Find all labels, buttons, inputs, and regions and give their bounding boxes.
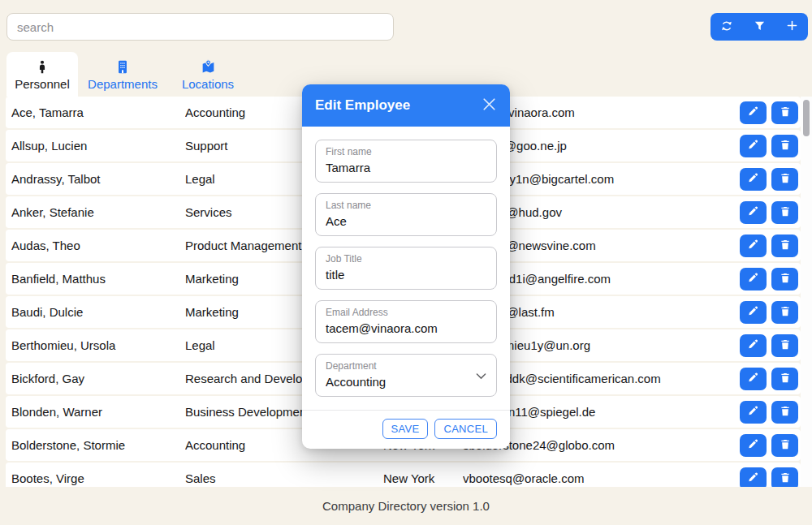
edit-button[interactable] bbox=[740, 268, 767, 290]
tab-locations[interactable]: Locations bbox=[167, 52, 248, 97]
tab-departments[interactable]: Departments bbox=[78, 52, 167, 97]
modal-fields: First name Tamarra Last name Ace Job Tit… bbox=[302, 127, 510, 410]
delete-button[interactable] bbox=[771, 301, 798, 324]
field-value: Tamarra bbox=[326, 160, 486, 175]
pencil-icon bbox=[747, 139, 759, 153]
pencil-icon bbox=[747, 172, 759, 187]
map-icon bbox=[201, 58, 216, 75]
row-actions bbox=[740, 401, 798, 424]
edit-button[interactable] bbox=[740, 201, 767, 224]
trash-icon bbox=[780, 205, 791, 220]
tab-personnel[interactable]: Personnel bbox=[6, 52, 78, 97]
edit-button[interactable] bbox=[740, 401, 767, 424]
row-actions bbox=[740, 334, 798, 357]
field-label: Email Address bbox=[326, 307, 486, 319]
edit-employee-modal: Edit Employee First name Tamarra Last na… bbox=[302, 84, 510, 449]
modal-footer: SAVE CANCEL bbox=[302, 410, 510, 449]
footer-text: Company Directory version 1.0 bbox=[322, 499, 490, 513]
employee-name: Anker, Stefanie bbox=[11, 205, 185, 219]
row-actions bbox=[740, 268, 798, 290]
scrollbar-thumb[interactable] bbox=[803, 100, 810, 136]
edit-button[interactable] bbox=[740, 334, 767, 357]
row-actions bbox=[740, 135, 798, 157]
modal-title: Edit Employee bbox=[315, 97, 410, 114]
employee-name: Allsup, Lucien bbox=[11, 139, 185, 153]
pencil-icon bbox=[747, 105, 759, 120]
employee-name: Andrassy, Talbot bbox=[11, 172, 185, 186]
app-window: Personnel Departments bbox=[0, 0, 812, 525]
filter-button[interactable] bbox=[743, 13, 775, 41]
trash-icon bbox=[780, 438, 791, 453]
employee-email: vbootesq@oracle.com bbox=[463, 471, 740, 485]
pencil-icon bbox=[747, 372, 759, 386]
delete-button[interactable] bbox=[771, 135, 798, 157]
employee-name: Baudi, Dulcie bbox=[11, 305, 185, 319]
delete-button[interactable] bbox=[771, 235, 798, 257]
row-actions bbox=[740, 235, 798, 257]
pencil-icon bbox=[747, 272, 759, 286]
app-footer: Company Directory version 1.0 bbox=[0, 487, 812, 525]
field-label: Department bbox=[326, 360, 486, 372]
edit-button[interactable] bbox=[740, 434, 767, 457]
search-input[interactable] bbox=[6, 13, 394, 41]
edit-button[interactable] bbox=[740, 235, 767, 257]
job-title-field[interactable]: Job Title title bbox=[315, 247, 497, 290]
trash-icon bbox=[780, 139, 791, 153]
tab-locations-label: Locations bbox=[182, 77, 234, 91]
trash-icon bbox=[780, 338, 791, 353]
plus-icon bbox=[786, 19, 798, 34]
trash-icon bbox=[780, 105, 791, 120]
employee-name: Berthomieu, Ursola bbox=[11, 338, 185, 352]
pencil-icon bbox=[747, 405, 759, 420]
delete-button[interactable] bbox=[771, 368, 798, 390]
trash-icon bbox=[780, 372, 791, 386]
trash-icon bbox=[780, 405, 791, 420]
last-name-field[interactable]: Last name Ace bbox=[315, 193, 497, 236]
tab-departments-label: Departments bbox=[88, 77, 158, 91]
delete-button[interactable] bbox=[771, 334, 798, 357]
edit-button[interactable] bbox=[740, 301, 767, 324]
building-icon bbox=[115, 58, 130, 75]
person-icon bbox=[35, 58, 50, 75]
delete-button[interactable] bbox=[771, 434, 798, 457]
department-field[interactable]: Department Accounting bbox=[315, 354, 497, 397]
table-row: Bootes, Virge Sales New York vbootesq@or… bbox=[6, 463, 801, 487]
field-value: Ace bbox=[326, 213, 486, 229]
email-address-field[interactable]: Email Address tacem@vinaora.com bbox=[315, 300, 497, 343]
edit-button[interactable] bbox=[740, 467, 767, 488]
delete-button[interactable] bbox=[771, 201, 798, 224]
delete-button[interactable] bbox=[771, 401, 798, 424]
employee-name: Banfield, Matthus bbox=[11, 272, 185, 286]
employee-city: New York bbox=[383, 471, 463, 485]
field-label: Job Title bbox=[326, 253, 486, 265]
delete-button[interactable] bbox=[771, 467, 798, 488]
edit-button[interactable] bbox=[740, 101, 767, 124]
add-button[interactable] bbox=[775, 13, 808, 41]
edit-button[interactable] bbox=[740, 135, 767, 157]
close-button[interactable] bbox=[482, 97, 497, 114]
edit-button[interactable] bbox=[740, 368, 767, 390]
first-name-field[interactable]: First name Tamarra bbox=[315, 140, 497, 183]
employee-name: Audas, Theo bbox=[11, 239, 185, 252]
cancel-button[interactable]: CANCEL bbox=[434, 419, 497, 439]
refresh-icon bbox=[720, 19, 733, 35]
scrollbar-track[interactable] bbox=[801, 97, 812, 487]
refresh-button[interactable] bbox=[710, 13, 743, 41]
pencil-icon bbox=[747, 239, 759, 253]
tab-bar: Personnel Departments bbox=[6, 52, 248, 97]
trash-icon bbox=[780, 172, 791, 187]
pencil-icon bbox=[747, 338, 759, 353]
edit-button[interactable] bbox=[740, 168, 767, 191]
delete-button[interactable] bbox=[771, 168, 798, 191]
row-actions bbox=[740, 201, 798, 224]
delete-button[interactable] bbox=[771, 268, 798, 290]
save-button[interactable]: SAVE bbox=[382, 419, 429, 439]
employee-name: Ace, Tamarra bbox=[11, 105, 185, 119]
employee-department: Sales bbox=[185, 471, 383, 485]
row-actions bbox=[740, 101, 798, 124]
field-value: tacem@vinaora.com bbox=[326, 321, 486, 336]
pencil-icon bbox=[747, 438, 759, 453]
close-icon bbox=[483, 98, 495, 113]
delete-button[interactable] bbox=[771, 101, 798, 124]
row-actions bbox=[740, 301, 798, 324]
